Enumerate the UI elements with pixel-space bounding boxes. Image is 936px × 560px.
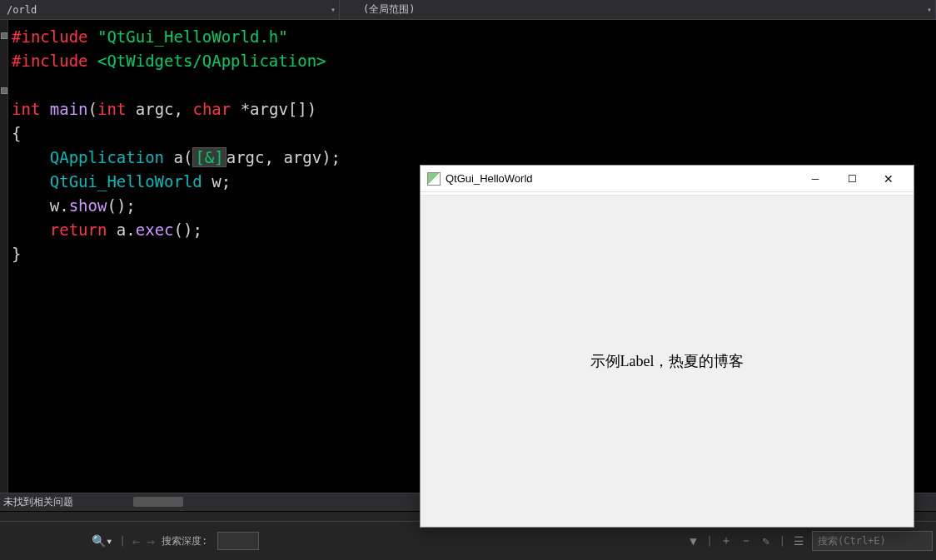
code-token: w <box>212 172 221 191</box>
code-token: ( <box>88 100 97 118</box>
code-token: int <box>97 100 126 118</box>
scrollbar-thumb[interactable] <box>133 497 183 507</box>
code-token: , <box>174 100 193 118</box>
code-token: . <box>59 196 68 215</box>
filter-icon[interactable]: ▼ <box>687 534 700 548</box>
code-token: main <box>50 100 88 118</box>
param-hint-icon: [&] <box>192 147 226 167</box>
chevron-down-icon: ▾ <box>927 5 932 14</box>
code-token: (); <box>107 196 135 215</box>
code-token: } <box>12 245 21 263</box>
collapse-toggle-icon[interactable] <box>1 32 7 39</box>
code-token: ; <box>222 172 231 191</box>
code-token: ( <box>183 148 192 166</box>
code-token: a <box>174 148 183 166</box>
divider-icon: | <box>119 535 125 547</box>
chevron-down-icon: ▾ <box>331 5 336 14</box>
nav-forward-button[interactable]: → <box>147 533 155 549</box>
find-toolbar-left: 🔍▾ | ← → 搜索深度: <box>0 532 259 550</box>
code-token: char <box>192 100 231 118</box>
code-token: ) <box>307 100 316 118</box>
code-token: ); <box>321 148 341 166</box>
close-button[interactable]: ✕ <box>870 166 907 192</box>
nav-back-button[interactable]: ← <box>132 533 141 549</box>
app-icon <box>427 172 441 186</box>
find-toolbar-right: ▼ | ＋ － ✎ | ☰ <box>687 531 933 551</box>
code-token: *argv[] <box>241 100 307 118</box>
code-token: <QtWidgets/QApplication> <box>97 52 326 70</box>
divider-icon: | <box>707 535 713 547</box>
code-token: QApplication <box>50 148 164 166</box>
code-token: int <box>12 100 40 118</box>
app-client-area: 示例Label，热夏的博客 <box>421 196 914 527</box>
code-token: #include <box>12 27 88 46</box>
no-issues-label: 未找到相关问题 <box>3 495 73 509</box>
code-token: w <box>50 196 59 215</box>
code-token: return <box>50 221 107 239</box>
scope-bar: /orld ▾ (全局范围) ▾ <box>0 0 936 20</box>
search-input[interactable] <box>812 531 933 551</box>
app-titlebar[interactable]: QtGui_HelloWorld ─ ☐ ✕ <box>421 166 914 192</box>
code-token: argc <box>136 100 174 118</box>
scope-scope-label: (全局范围) <box>363 2 415 17</box>
search-icon[interactable]: 🔍▾ <box>92 534 112 548</box>
code-token: . <box>126 221 135 239</box>
scope-scope-dropdown[interactable]: (全局范围) ▾ <box>340 0 936 19</box>
maximize-button[interactable]: ☐ <box>834 166 870 192</box>
edit-icon[interactable]: ✎ <box>759 534 773 548</box>
code-token: a <box>117 221 126 239</box>
code-token: QtGui_HelloWorld <box>50 172 202 191</box>
search-depth-input[interactable] <box>217 532 259 550</box>
code-token: argc <box>227 148 265 166</box>
code-token: exec <box>136 221 174 239</box>
collapse-toggle-icon[interactable] <box>1 87 7 94</box>
code-token: argv <box>283 148 321 166</box>
code-token: , <box>265 148 284 166</box>
list-icon[interactable]: ☰ <box>792 534 805 548</box>
scope-file-label: /orld <box>7 4 37 16</box>
scope-file-dropdown[interactable]: /orld ▾ <box>0 0 340 19</box>
remove-icon[interactable]: － <box>739 533 753 548</box>
code-token: { <box>12 124 21 142</box>
code-token: show <box>69 196 107 215</box>
app-window: QtGui_HelloWorld ─ ☐ ✕ 示例Label，热夏的博客 <box>420 165 914 528</box>
code-token: #include <box>12 52 88 70</box>
minimize-button[interactable]: ─ <box>797 166 834 192</box>
code-token: (); <box>174 221 202 239</box>
example-label: 示例Label，热夏的博客 <box>590 351 744 371</box>
add-icon[interactable]: ＋ <box>719 533 733 548</box>
code-token: "QtGui_HelloWorld.h" <box>97 27 288 46</box>
editor-gutter <box>0 20 8 493</box>
divider-icon: | <box>779 535 785 547</box>
app-title: QtGui_HelloWorld <box>446 172 533 185</box>
search-depth-label: 搜索深度: <box>162 534 207 548</box>
